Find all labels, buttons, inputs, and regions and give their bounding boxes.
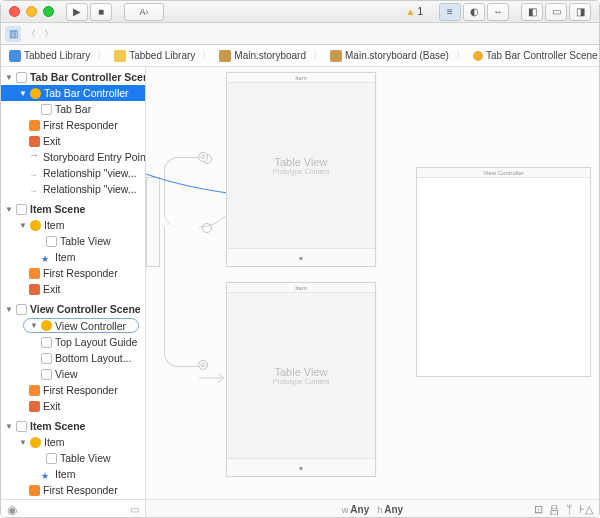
first-responder-icon bbox=[29, 268, 40, 279]
crumb-project[interactable]: Tabbed Library bbox=[5, 49, 110, 62]
exit-icon bbox=[29, 401, 40, 412]
tabbar-mock: ■ bbox=[227, 458, 375, 476]
outline-table-view[interactable]: ▼Table View bbox=[1, 233, 145, 249]
nav-back-icon[interactable]: 〈 bbox=[23, 26, 39, 42]
resolve-icon[interactable]: ⊦△ bbox=[579, 503, 593, 518]
size-w-prefix: w bbox=[342, 505, 349, 515]
table-view-scene-bottom[interactable]: Item Table View Prototype Content ■ bbox=[226, 282, 376, 477]
scene-header[interactable]: ▼Tab Bar Controller Scene bbox=[1, 69, 145, 85]
scene-list-icon bbox=[16, 72, 27, 83]
warning-icon: ▲ bbox=[406, 6, 416, 17]
outline-toggle-icon[interactable]: ▭ bbox=[130, 504, 139, 515]
outline-exit[interactable]: Exit bbox=[1, 398, 145, 414]
view-controller-scene[interactable]: View Controller bbox=[416, 167, 591, 377]
controller-icon bbox=[41, 320, 52, 331]
outline-item-controller[interactable]: ▼Item bbox=[1, 434, 145, 450]
minimize-window-icon[interactable] bbox=[26, 6, 37, 17]
outline-item-tab[interactable]: Item bbox=[1, 249, 145, 265]
layout-guide-icon bbox=[41, 337, 52, 348]
editor-version-button[interactable]: ↔ bbox=[487, 3, 509, 21]
warning-count: 1 bbox=[417, 6, 423, 17]
size-h-prefix: h bbox=[377, 505, 382, 515]
issues-badge[interactable]: ▲ 1 bbox=[406, 6, 423, 17]
outline-entry-point[interactable]: Storyboard Entry Point bbox=[1, 149, 145, 165]
stop-button[interactable]: ■ bbox=[90, 3, 112, 21]
scene-header[interactable]: ▼View Controller Scene bbox=[1, 301, 145, 317]
outline-relationship[interactable]: Relationship "view... bbox=[1, 181, 145, 197]
outline-view-controller[interactable]: ▼View Controller bbox=[23, 318, 139, 333]
exit-icon bbox=[29, 136, 40, 147]
filter-icon[interactable]: ◉ bbox=[7, 503, 17, 517]
run-controls: ▶ ■ bbox=[66, 3, 112, 21]
zoom-window-icon[interactable] bbox=[43, 6, 54, 17]
mockup-body: Table View Prototype Content bbox=[227, 293, 375, 458]
outline-footer: ◉ ▭ bbox=[1, 499, 145, 518]
star-icon bbox=[41, 252, 52, 263]
scene-title-bar: Item bbox=[227, 283, 375, 293]
outline-top-layout-guide[interactable]: Top Layout Guide bbox=[1, 334, 145, 350]
outline-exit[interactable]: Exit bbox=[1, 281, 145, 297]
storyboard-icon bbox=[330, 50, 342, 62]
star-icon bbox=[41, 469, 52, 480]
layout-guide-icon bbox=[41, 353, 52, 364]
close-window-icon[interactable] bbox=[9, 6, 20, 17]
mockup-body: Table View Prototype Content bbox=[227, 83, 375, 248]
outline-tab-bar[interactable]: Tab Bar bbox=[1, 101, 145, 117]
scheme-button[interactable]: A› bbox=[124, 3, 164, 21]
outline-view[interactable]: View bbox=[1, 366, 145, 382]
scene-header[interactable]: ▼Item Scene bbox=[1, 418, 145, 434]
outline-item-controller[interactable]: ▼Item bbox=[1, 217, 145, 233]
segue-icon[interactable]: ⊘ bbox=[198, 360, 208, 370]
outline-bottom-layout-guide[interactable]: Bottom Layout... bbox=[1, 350, 145, 366]
tabbar-icon bbox=[41, 104, 52, 115]
outline-relationship[interactable]: Relationship "view... bbox=[1, 165, 145, 181]
table-view-scene-top[interactable]: Item Table View Prototype Content ■ bbox=[226, 72, 376, 267]
outline-tab-bar-controller[interactable]: ▼Tab Bar Controller bbox=[1, 85, 145, 101]
storyboard-icon bbox=[219, 50, 231, 62]
breadcrumb: Tabbed Library Tabbed Library Main.story… bbox=[1, 45, 599, 67]
outline-first-responder[interactable]: First Responder bbox=[1, 482, 145, 498]
view-icon bbox=[41, 369, 52, 380]
first-responder-icon bbox=[29, 485, 40, 496]
outline-first-responder[interactable]: First Responder bbox=[1, 117, 145, 133]
tabbar-mock: ■ bbox=[227, 248, 375, 266]
entry-point-icon bbox=[29, 152, 40, 163]
tableview-icon bbox=[46, 236, 57, 247]
storyboard-canvas[interactable]: ⊘ ⊘ Item Table View Prototype Content ■ bbox=[146, 67, 599, 518]
relationship-icon bbox=[29, 168, 40, 179]
run-button[interactable]: ▶ bbox=[66, 3, 88, 21]
scene-header[interactable]: ▼Item Scene bbox=[1, 201, 145, 217]
outline-item-tab[interactable]: Item bbox=[1, 466, 145, 482]
controller-icon bbox=[30, 220, 41, 231]
outline-first-responder[interactable]: First Responder bbox=[1, 265, 145, 281]
prototype-label: Prototype Content bbox=[273, 168, 329, 175]
outline-first-responder[interactable]: First Responder bbox=[1, 382, 145, 398]
zoom-out-icon[interactable]: ⊡ bbox=[534, 503, 543, 518]
crumb-scene[interactable]: Tab Bar Controller Scene bbox=[469, 49, 599, 62]
editor-assistant-button[interactable]: ◐ bbox=[463, 3, 485, 21]
scene-list-icon bbox=[16, 204, 27, 215]
relationship-icon bbox=[29, 184, 40, 195]
size-class-width[interactable]: Any bbox=[350, 504, 369, 515]
crumb-storyboard[interactable]: Main.storyboard bbox=[215, 49, 326, 62]
crumb-storyboard-base[interactable]: Main.storyboard (Base) bbox=[326, 49, 469, 62]
folder-icon bbox=[114, 50, 126, 62]
prototype-label: Prototype Content bbox=[273, 378, 329, 385]
toggle-bottom-panel-button[interactable]: ▭ bbox=[545, 3, 567, 21]
toggle-right-panel-button[interactable]: ◨ bbox=[569, 3, 591, 21]
crumb-folder[interactable]: Tabbed Library bbox=[110, 49, 215, 62]
project-navigator-icon[interactable]: ▥ bbox=[5, 26, 21, 42]
align-icon[interactable]: 吕 bbox=[549, 503, 560, 518]
nav-forward-icon[interactable]: 〉 bbox=[41, 26, 57, 42]
scene-title-bar: View Controller bbox=[417, 168, 590, 178]
first-responder-icon bbox=[29, 385, 40, 396]
scene-title-bar: Item bbox=[227, 73, 375, 83]
size-class-height[interactable]: Any bbox=[384, 504, 403, 515]
toggle-left-panel-button[interactable]: ◧ bbox=[521, 3, 543, 21]
editor-standard-button[interactable]: ≡ bbox=[439, 3, 461, 21]
outline-table-view[interactable]: ▼Table View bbox=[1, 450, 145, 466]
pin-icon[interactable]: ᛘ bbox=[566, 503, 573, 518]
outline-exit[interactable]: Exit bbox=[1, 133, 145, 149]
tableview-icon bbox=[46, 453, 57, 464]
first-responder-icon bbox=[29, 120, 40, 131]
